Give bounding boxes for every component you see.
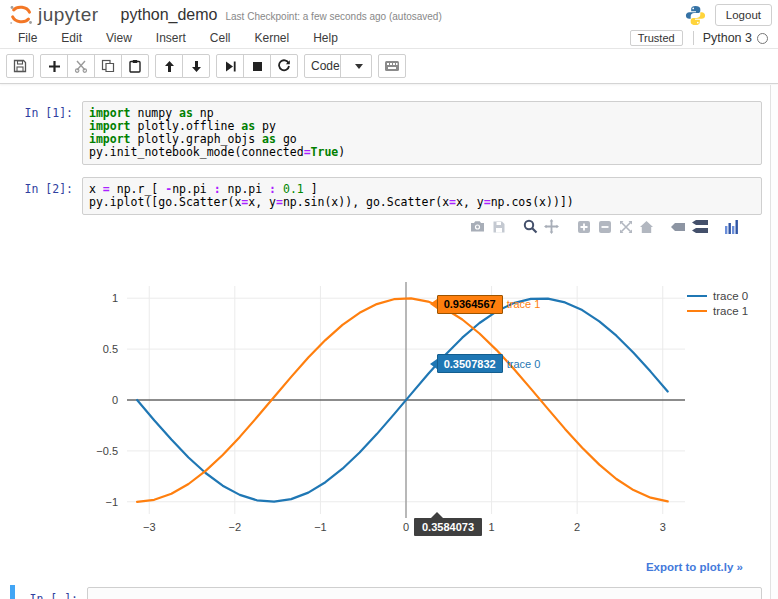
kernel-name: Python 3 [703, 31, 752, 45]
zoom-in-button[interactable] [575, 218, 592, 235]
svg-text:1: 1 [112, 292, 118, 304]
reset-axes-home-icon [639, 220, 654, 234]
logout-button[interactable]: Logout [715, 4, 772, 26]
menubar: File Edit View Insert Cell Kernel Help T… [0, 28, 778, 49]
menu-cell[interactable]: Cell [198, 29, 243, 47]
cell-type-select[interactable]: Code [304, 54, 372, 78]
line-chart: −1−0.500.51−3−2−10123 [0, 252, 778, 552]
paste-icon [128, 59, 142, 73]
stop-icon [252, 61, 263, 72]
svg-text:0: 0 [403, 521, 409, 533]
zoom-icon [523, 219, 538, 234]
pan-icon [544, 219, 559, 234]
notebook-title[interactable]: python_demo [121, 6, 218, 24]
plotly-logo-icon[interactable] [723, 218, 740, 235]
chart-legend: trace 0 trace 1 [687, 288, 748, 318]
code-cell-2: In [2]: x = np.r_[ -np.pi : np.pi : 0.1 … [10, 175, 762, 217]
input-prompt: In [ ]: [15, 587, 87, 599]
code-input[interactable] [87, 587, 762, 599]
restart-kernel-icon [277, 59, 291, 73]
interrupt-kernel-button[interactable] [243, 54, 271, 78]
save-button[interactable] [6, 54, 34, 78]
run-icon [224, 60, 237, 73]
header: jupyter python_demo Last Checkpoint: a f… [0, 0, 778, 28]
trace0-line-swatch [687, 295, 707, 297]
plot-canvas[interactable]: −1−0.500.51−3−2−10123 trace 0 trace 1 0.… [0, 252, 778, 552]
svg-text:−0.5: −0.5 [96, 445, 118, 457]
svg-text:−2: −2 [229, 521, 242, 533]
save-icon [13, 59, 27, 73]
add-cell-icon [48, 60, 61, 73]
code-input[interactable]: import numpy as npimport plotly.offline … [82, 101, 762, 165]
zoom-mode-button[interactable] [522, 218, 539, 235]
camera-icon [470, 219, 485, 234]
toolbar: Code [0, 49, 778, 84]
cut-cell-button[interactable] [67, 54, 95, 78]
trace1-line-swatch [687, 310, 707, 312]
legend-item-trace1[interactable]: trace 1 [687, 303, 748, 318]
save-to-cloud-button[interactable] [490, 218, 507, 235]
zoom-in-icon [577, 220, 591, 234]
jupyter-planet-icon [8, 3, 34, 27]
cell-type-value: Code [305, 59, 340, 73]
command-palette-button[interactable] [378, 54, 406, 78]
move-cell-up-button[interactable] [155, 54, 183, 78]
header-right: Logout [684, 4, 772, 27]
copy-icon [101, 59, 115, 73]
svg-text:0: 0 [112, 394, 118, 406]
add-cell-button[interactable] [40, 54, 68, 78]
plotly-output: −1−0.500.51−3−2−10123 trace 0 trace 1 0.… [0, 225, 778, 585]
input-prompt: In [2]: [10, 177, 82, 196]
menu-edit[interactable]: Edit [49, 29, 94, 47]
python-logo-icon [684, 4, 707, 27]
menu-view[interactable]: View [94, 29, 144, 47]
move-down-icon [190, 60, 203, 73]
svg-text:−1: −1 [314, 521, 327, 533]
run-cell-button[interactable] [216, 54, 244, 78]
legend-item-trace0[interactable]: trace 0 [687, 288, 748, 303]
menu-kernel[interactable]: Kernel [243, 29, 302, 47]
code-cell-1: In [1]: import numpy as npimport plotly.… [10, 99, 762, 167]
notebook-area: In [1]: import numpy as npimport plotly.… [0, 84, 778, 599]
kernel-indicator: Python 3 [693, 31, 768, 45]
hover-x-axis-label: 0.3584073 [414, 518, 482, 536]
hover-closest-button[interactable] [670, 218, 687, 235]
plotly-logo-bars-icon [724, 220, 740, 234]
code-input[interactable]: x = np.r_[ -np.pi : np.pi : 0.1 ]py.iplo… [82, 177, 762, 215]
hover-arrow [430, 299, 437, 309]
checkpoint-status: Last Checkpoint: a few seconds ago (auto… [226, 11, 442, 22]
hover-arrow [430, 359, 437, 369]
export-to-plotly-link[interactable]: Export to plot.ly » [646, 561, 743, 573]
menubar-right: Trusted Python 3 [630, 30, 772, 46]
menu-file[interactable]: File [6, 29, 49, 47]
cut-icon [74, 59, 88, 73]
menu-help[interactable]: Help [301, 29, 350, 47]
paste-cell-button[interactable] [121, 54, 149, 78]
move-up-icon [163, 60, 176, 73]
menu-insert[interactable]: Insert [144, 29, 198, 47]
jupyter-logo[interactable]: jupyter [8, 3, 99, 27]
scrollbar-track[interactable] [770, 85, 778, 599]
download-plot-button[interactable] [469, 218, 486, 235]
reset-axes-button[interactable] [638, 218, 655, 235]
save-cloud-icon [492, 220, 506, 234]
autoscale-icon [619, 220, 633, 234]
svg-text:0.5: 0.5 [103, 343, 118, 355]
move-cell-down-button[interactable] [182, 54, 210, 78]
svg-text:−3: −3 [143, 521, 156, 533]
zoom-out-icon [598, 220, 612, 234]
zoom-out-button[interactable] [596, 218, 613, 235]
pan-mode-button[interactable] [543, 218, 560, 235]
svg-text:3: 3 [660, 521, 666, 533]
hover-label-trace1: 0.9364567 trace 1 [430, 295, 541, 314]
trusted-button[interactable]: Trusted [630, 30, 683, 46]
svg-text:1: 1 [489, 521, 495, 533]
copy-cell-button[interactable] [94, 54, 122, 78]
hover-compare-button[interactable] [691, 218, 708, 235]
hover-label-trace0: 0.3507832 trace 0 [430, 354, 541, 373]
restart-kernel-button[interactable] [270, 54, 298, 78]
autoscale-button[interactable] [617, 218, 634, 235]
keyboard-icon [384, 60, 400, 72]
input-prompt: In [1]: [10, 101, 82, 120]
code-cell-empty-selected: In [ ]: [10, 585, 762, 599]
